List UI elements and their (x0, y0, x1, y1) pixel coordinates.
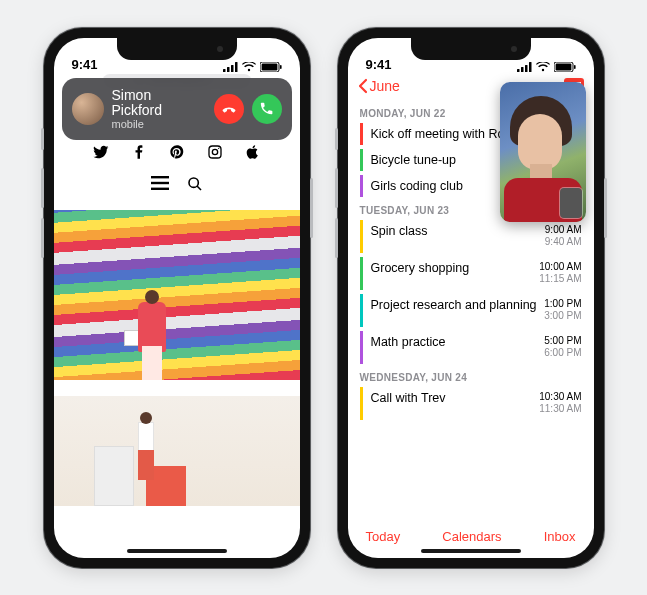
calendars-button[interactable]: Calendars (442, 529, 501, 544)
chevron-left-icon (358, 78, 368, 94)
decline-call-button[interactable] (214, 94, 244, 124)
today-button[interactable]: Today (366, 529, 401, 544)
side-button (41, 168, 44, 208)
svg-point-8 (212, 149, 217, 154)
event-times: 1:00 PM3:00 PM (544, 298, 581, 323)
back-button[interactable]: June (358, 78, 400, 94)
wifi-icon (242, 62, 256, 72)
status-time: 9:41 (366, 57, 392, 72)
svg-line-14 (197, 186, 201, 190)
webpage[interactable] (54, 94, 300, 558)
side-button (335, 218, 338, 258)
svg-rect-12 (151, 187, 169, 189)
calendar-toolbar: Today Calendars Inbox (348, 529, 594, 544)
instagram-icon[interactable] (207, 144, 223, 160)
side-button (310, 178, 313, 238)
svg-rect-6 (280, 65, 282, 69)
signal-icon (223, 62, 238, 72)
facebook-icon[interactable] (131, 144, 147, 160)
svg-rect-2 (231, 65, 234, 72)
event-times: 5:00 PM6:00 PM (544, 335, 581, 360)
incoming-call-banner[interactable]: Simon Pickford mobile (62, 78, 292, 141)
signal-icon (517, 62, 532, 72)
svg-rect-7 (209, 146, 221, 158)
twitter-icon[interactable] (93, 144, 109, 160)
side-button (604, 178, 607, 238)
battery-icon (260, 62, 282, 72)
side-button (41, 128, 44, 150)
phone-icon (259, 101, 274, 116)
home-indicator[interactable] (421, 549, 521, 553)
svg-rect-0 (223, 69, 226, 72)
back-label: June (370, 78, 400, 94)
event-title: Spin class (371, 224, 545, 238)
calendar-event[interactable]: Spin class9:00 AM9:40 AM (360, 220, 582, 253)
status-icons (223, 62, 282, 72)
home-indicator[interactable] (127, 549, 227, 553)
event-title: Call with Trev (371, 391, 540, 405)
notch (117, 38, 237, 60)
caller-avatar (72, 93, 104, 125)
wifi-icon (536, 62, 550, 72)
social-row (54, 144, 300, 160)
caller-name: Simon Pickford (112, 88, 206, 119)
svg-point-13 (189, 178, 198, 187)
phone-right: 9:41 June MONDAY, JUN 22Kick off meeting… (338, 28, 604, 568)
svg-rect-5 (261, 63, 277, 70)
phone-down-icon (221, 101, 237, 117)
phone-left: 9:41 A ···thatinymagazine ··· Simon Pick… (44, 28, 310, 568)
event-times: 10:30 AM11:30 AM (539, 391, 581, 416)
screen: 9:41 A ···thatinymagazine ··· Simon Pick… (54, 38, 300, 558)
event-title: Project research and planning (371, 298, 545, 312)
svg-rect-11 (151, 181, 169, 183)
facetime-self-view (560, 188, 582, 218)
search-icon[interactable] (187, 176, 203, 192)
hero-image-stripes (54, 210, 300, 380)
svg-point-9 (218, 147, 219, 148)
event-times: 10:00 AM11:15 AM (539, 261, 581, 286)
battery-icon (554, 62, 576, 72)
caller-sub: mobile (112, 118, 206, 130)
inbox-button[interactable]: Inbox (544, 529, 576, 544)
pinterest-icon[interactable] (169, 144, 185, 160)
svg-rect-20 (555, 63, 571, 70)
screen: 9:41 June MONDAY, JUN 22Kick off meeting… (348, 38, 594, 558)
svg-rect-17 (525, 65, 528, 72)
event-title: Math practice (371, 335, 545, 349)
status-time: 9:41 (72, 57, 98, 72)
svg-rect-1 (227, 67, 230, 72)
hero-image-blocks (54, 396, 300, 506)
svg-rect-16 (521, 67, 524, 72)
calendar-event[interactable]: Call with Trev10:30 AM11:30 AM (360, 387, 582, 420)
menu-icon[interactable] (151, 176, 169, 190)
svg-rect-21 (574, 65, 576, 69)
svg-rect-18 (529, 62, 532, 72)
calendar-event[interactable]: Grocery shopping10:00 AM11:15 AM (360, 257, 582, 290)
calendar-event[interactable]: Math practice5:00 PM6:00 PM (360, 331, 582, 364)
caller-info: Simon Pickford mobile (112, 88, 206, 131)
apple-icon[interactable] (245, 144, 261, 160)
svg-rect-3 (235, 62, 238, 72)
menu-row (54, 176, 300, 192)
facetime-pip[interactable] (500, 82, 586, 222)
svg-rect-15 (517, 69, 520, 72)
person-graphic (132, 290, 172, 380)
side-button (335, 168, 338, 208)
status-icons (517, 62, 576, 72)
event-title: Grocery shopping (371, 261, 540, 275)
side-button (41, 218, 44, 258)
day-label: WEDNESDAY, JUN 24 (360, 372, 582, 383)
side-button (335, 128, 338, 150)
calendar-event[interactable]: Project research and planning1:00 PM3:00… (360, 294, 582, 327)
event-times: 9:00 AM9:40 AM (545, 224, 582, 249)
svg-rect-10 (151, 176, 169, 178)
notch (411, 38, 531, 60)
accept-call-button[interactable] (252, 94, 282, 124)
